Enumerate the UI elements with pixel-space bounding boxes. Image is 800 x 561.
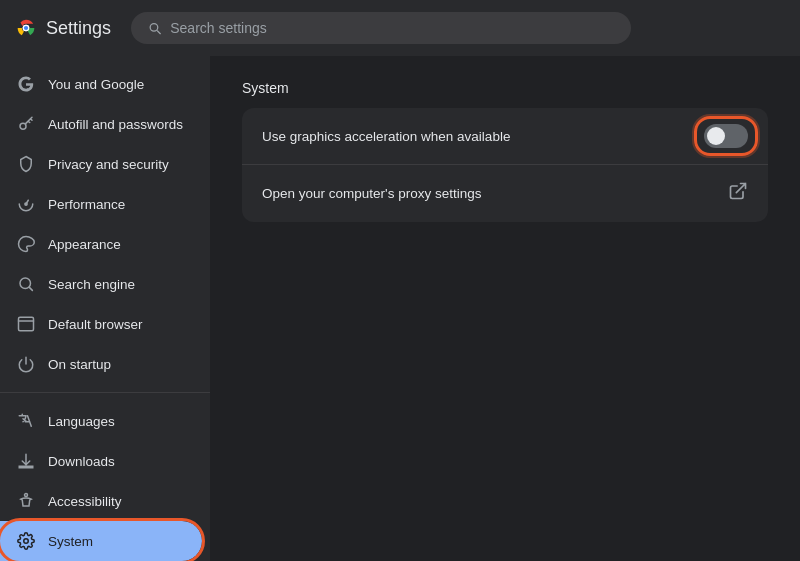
toggle-track [704, 124, 748, 148]
sidebar-item-label: Accessibility [48, 494, 122, 509]
proxy-external-link-icon [728, 181, 748, 206]
proxy-settings-label: Open your computer's proxy settings [262, 186, 481, 201]
settings-row-proxy[interactable]: Open your computer's proxy settings [242, 165, 768, 222]
sidebar-item-label: Default browser [48, 317, 143, 332]
sidebar-item-label: On startup [48, 357, 111, 372]
sidebar-item-autofill[interactable]: Autofill and passwords [0, 104, 202, 144]
chrome-logo-icon [16, 18, 36, 38]
graphics-acceleration-toggle[interactable] [704, 124, 748, 148]
header-logo: Settings [16, 18, 111, 39]
browser-icon [16, 314, 36, 334]
search-icon [147, 20, 162, 36]
sidebar-item-label: Search engine [48, 277, 135, 292]
sidebar-item-performance[interactable]: Performance [0, 184, 202, 224]
sidebar-item-you-and-google[interactable]: You and Google [0, 64, 202, 104]
settings-gear-icon [16, 531, 36, 551]
sidebar-item-privacy-security[interactable]: Privacy and security [0, 144, 202, 184]
gauge-icon [16, 194, 36, 214]
settings-row-graphics: Use graphics acceleration when available [242, 108, 768, 165]
toggle-thumb [707, 127, 725, 145]
sidebar-item-label: Appearance [48, 237, 121, 252]
sidebar-item-on-startup[interactable]: On startup [0, 344, 202, 384]
svg-point-8 [24, 539, 29, 544]
search-input[interactable] [170, 20, 615, 36]
power-icon [16, 354, 36, 374]
sidebar-item-downloads[interactable]: Downloads [0, 441, 202, 481]
sidebar-item-label: Performance [48, 197, 125, 212]
accessibility-icon [16, 491, 36, 511]
sidebar-item-label: You and Google [48, 77, 144, 92]
sidebar-item-label: Downloads [48, 454, 115, 469]
search-bar[interactable] [131, 12, 631, 44]
section-title: System [242, 80, 768, 96]
sidebar-item-appearance[interactable]: Appearance [0, 224, 202, 264]
graphics-acceleration-label: Use graphics acceleration when available [262, 129, 510, 144]
sidebar-item-search-engine[interactable]: Search engine [0, 264, 202, 304]
sidebar: You and Google Autofill and passwords Pr… [0, 56, 210, 561]
svg-point-2 [24, 26, 28, 30]
svg-rect-6 [19, 317, 34, 331]
translate-icon [16, 411, 36, 431]
search-circle-icon [16, 274, 36, 294]
palette-icon [16, 234, 36, 254]
sidebar-item-languages[interactable]: Languages [0, 401, 202, 441]
sidebar-item-label: System [48, 534, 93, 549]
svg-point-4 [25, 203, 27, 205]
sidebar-item-accessibility[interactable]: Accessibility [0, 481, 202, 521]
sidebar-item-default-browser[interactable]: Default browser [0, 304, 202, 344]
main-content: System Use graphics acceleration when av… [210, 56, 800, 561]
key-icon [16, 114, 36, 134]
page-title: Settings [46, 18, 111, 39]
sidebar-item-label: Languages [48, 414, 115, 429]
sidebar-item-label: Privacy and security [48, 157, 169, 172]
download-icon [16, 451, 36, 471]
header: Settings [0, 0, 800, 56]
shield-icon [16, 154, 36, 174]
sidebar-item-label: Autofill and passwords [48, 117, 183, 132]
settings-card: Use graphics acceleration when available… [242, 108, 768, 222]
body: You and Google Autofill and passwords Pr… [0, 56, 800, 561]
sidebar-divider-1 [0, 392, 210, 393]
google-icon [16, 74, 36, 94]
sidebar-item-system[interactable]: System [0, 521, 202, 561]
svg-point-7 [25, 494, 28, 497]
